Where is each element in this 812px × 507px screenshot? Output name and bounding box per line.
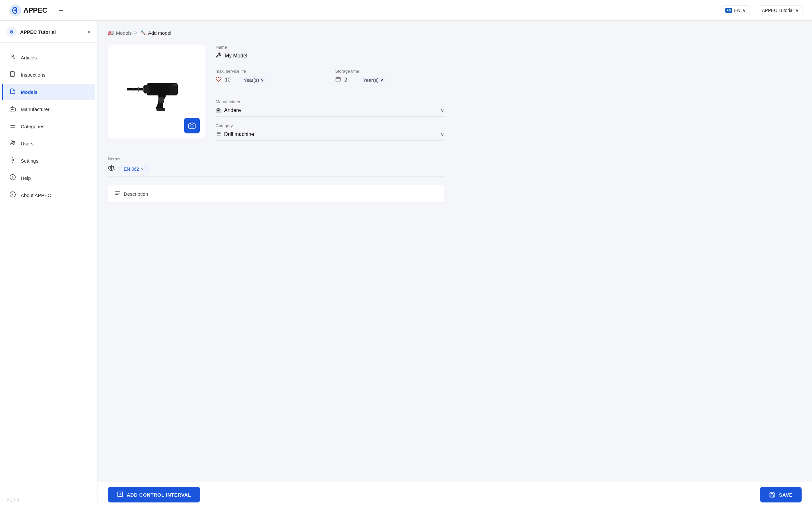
storage-time-label: Storage time bbox=[335, 69, 444, 74]
header-left: APPEC ← bbox=[9, 4, 67, 16]
sidebar-account: APPEC Tutorial bbox=[6, 26, 56, 37]
storage-time-input[interactable] bbox=[344, 77, 357, 83]
name-label: Name bbox=[216, 45, 444, 50]
manufacturer-field-group: Manufacturer Andere ∨ bbox=[216, 99, 444, 117]
categories-icon bbox=[9, 122, 16, 130]
main-content: 🏭 Models > 🔨 Add model bbox=[97, 21, 812, 507]
back-button[interactable]: ← bbox=[55, 5, 67, 16]
description-header: Description bbox=[115, 190, 438, 198]
name-value-row bbox=[216, 52, 444, 62]
articles-icon bbox=[9, 54, 16, 62]
help-icon bbox=[9, 174, 16, 182]
app-body: APPEC Tutorial ∨ Articles Inspections bbox=[0, 21, 812, 507]
sidebar-footer: P 2.0.0 bbox=[0, 493, 97, 507]
inspections-icon bbox=[9, 71, 16, 79]
manufacturer-icon bbox=[9, 105, 16, 113]
save-label: SAVE bbox=[779, 492, 793, 498]
save-button[interactable]: SAVE bbox=[760, 487, 802, 502]
scale-icon bbox=[108, 165, 115, 173]
svg-point-34 bbox=[191, 125, 193, 127]
category-select[interactable]: Drill machine ∨ bbox=[216, 131, 444, 141]
sidebar-item-articles[interactable]: Articles bbox=[2, 49, 95, 66]
description-icon bbox=[115, 190, 120, 198]
sidebar-item-help[interactable]: Help bbox=[2, 170, 95, 186]
sidebar-item-settings[interactable]: Settings bbox=[2, 153, 95, 169]
service-life-value-row: Year(s) ∨ bbox=[216, 76, 325, 86]
svg-rect-35 bbox=[336, 77, 340, 81]
sidebar-item-help-label: Help bbox=[21, 175, 31, 181]
account-chevron-icon: ∨ bbox=[796, 8, 799, 13]
manufacturer-chevron-icon: ∨ bbox=[441, 107, 444, 114]
service-life-input[interactable] bbox=[225, 77, 238, 83]
form-area: Name max. servi bbox=[108, 45, 444, 147]
description-section: Description bbox=[108, 185, 444, 203]
manufacturer-select[interactable]: Andere ∨ bbox=[216, 107, 444, 117]
name-input[interactable] bbox=[225, 53, 444, 59]
sidebar-item-manufacturer[interactable]: Manufacturer bbox=[2, 101, 95, 117]
svg-rect-12 bbox=[13, 109, 14, 110]
language-button[interactable]: AB EN ∨ bbox=[721, 5, 750, 15]
description-label: Description bbox=[124, 191, 148, 197]
sidebar: APPEC Tutorial ∨ Articles Inspections bbox=[0, 21, 97, 507]
camera-button[interactable] bbox=[184, 118, 200, 133]
wrench-icon bbox=[216, 52, 221, 58]
logo-icon bbox=[9, 4, 21, 16]
sidebar-item-about-label: About APPEC bbox=[21, 192, 51, 198]
heart-icon bbox=[216, 76, 221, 82]
version-label: P 2.0.0 bbox=[6, 498, 19, 502]
sidebar-item-models-label: Models bbox=[21, 89, 38, 95]
norms-row: EN 362 × bbox=[108, 165, 444, 177]
storage-time-chevron-icon: ∨ bbox=[380, 77, 384, 83]
factory-icon bbox=[216, 107, 221, 113]
top-header: APPEC ← AB EN ∨ APPEC Tutorial ∨ bbox=[0, 0, 812, 21]
content-inner: 🏭 Models > 🔨 Add model bbox=[97, 21, 455, 243]
sidebar-item-models[interactable]: Models bbox=[2, 84, 95, 100]
account-button[interactable]: APPEC Tutorial ∨ bbox=[758, 5, 803, 15]
svg-point-1 bbox=[14, 9, 16, 11]
save-icon bbox=[769, 492, 776, 498]
svg-point-17 bbox=[13, 141, 15, 143]
svg-rect-29 bbox=[144, 85, 149, 94]
balance-icon bbox=[108, 165, 115, 172]
logo-text: APPEC bbox=[23, 6, 47, 15]
manufacturer-label: Manufacturer bbox=[216, 99, 444, 104]
category-chevron-icon: ∨ bbox=[441, 131, 444, 137]
manufacturer-field-icon bbox=[216, 107, 221, 114]
sidebar-item-categories[interactable]: Categories bbox=[2, 118, 95, 135]
breadcrumb: 🏭 Models > 🔨 Add model bbox=[108, 30, 444, 36]
sidebar-item-manufacturer-label: Manufacturer bbox=[21, 107, 49, 112]
sidebar-item-articles-label: Articles bbox=[21, 55, 37, 60]
norm-tag-close-button[interactable]: × bbox=[141, 167, 144, 172]
svg-point-2 bbox=[11, 32, 12, 33]
sidebar-item-inspections[interactable]: Inspections bbox=[2, 66, 95, 83]
add-control-interval-button[interactable]: ADD CONTROL INTERVAL bbox=[108, 487, 200, 502]
storage-time-unit: Year(s) bbox=[363, 77, 379, 83]
sidebar-item-about[interactable]: About APPEC bbox=[2, 187, 95, 204]
norms-label: Norms bbox=[108, 157, 444, 161]
form-fields: Name max. servi bbox=[216, 45, 444, 147]
category-field-icon bbox=[216, 131, 221, 138]
storage-time-unit-select[interactable]: Year(s) ∨ bbox=[360, 76, 386, 83]
image-upload-box bbox=[108, 45, 205, 139]
svg-rect-30 bbox=[159, 97, 164, 103]
service-life-label: max. service life bbox=[216, 69, 325, 74]
service-life-unit: Year(s) bbox=[244, 77, 259, 83]
add-control-interval-label: ADD CONTROL INTERVAL bbox=[127, 492, 191, 498]
breadcrumb-models-link[interactable]: 🏭 Models bbox=[108, 30, 132, 36]
sidebar-divider bbox=[5, 44, 92, 44]
sidebar-item-users-label: Users bbox=[21, 141, 34, 147]
service-life-unit-select[interactable]: Year(s) ∨ bbox=[241, 76, 267, 83]
users-icon bbox=[9, 139, 16, 148]
sidebar-header: APPEC Tutorial ∨ bbox=[0, 21, 97, 43]
sidebar-item-settings-label: Settings bbox=[21, 158, 38, 164]
appec-small-icon bbox=[9, 29, 15, 35]
sidebar-item-users[interactable]: Users bbox=[2, 135, 95, 152]
sidebar-item-categories-label: Categories bbox=[21, 124, 45, 129]
category-field-group: Category Drill machine ∨ bbox=[216, 123, 444, 141]
drill-image bbox=[124, 71, 189, 113]
sidebar-chevron-icon[interactable]: ∨ bbox=[87, 29, 91, 35]
clock-icon bbox=[335, 76, 341, 82]
lang-flag: AB bbox=[725, 8, 732, 13]
breadcrumb-current-label: Add model bbox=[148, 30, 171, 36]
breadcrumb-models-label: Models bbox=[116, 30, 132, 36]
